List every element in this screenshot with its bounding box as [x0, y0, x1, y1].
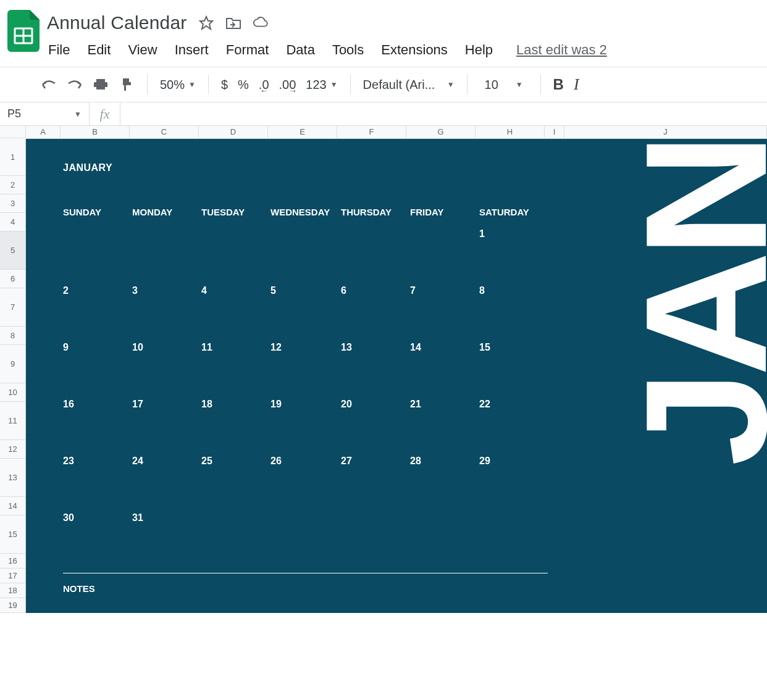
col-header[interactable]: G [406, 126, 476, 138]
calendar-day[interactable]: 18 [201, 399, 270, 410]
menu-data[interactable]: Data [286, 42, 314, 58]
row-header[interactable]: 18 [0, 583, 25, 598]
calendar-day[interactable]: 21 [410, 399, 479, 410]
calendar-day[interactable]: 4 [201, 285, 270, 296]
calendar-day[interactable]: 1 [479, 228, 548, 240]
right-arrow-icon: → [288, 86, 297, 96]
select-all-corner[interactable] [0, 126, 26, 138]
toolbar-separator [147, 75, 148, 94]
row-header[interactable]: 9 [0, 345, 25, 383]
calendar-day[interactable]: 20 [341, 399, 410, 410]
row-header[interactable]: 11 [0, 402, 25, 440]
notes-label: NOTES [63, 583, 767, 594]
calendar-day[interactable]: 25 [201, 456, 270, 467]
row-header[interactable]: 19 [0, 598, 25, 613]
row-header[interactable]: 12 [0, 440, 25, 459]
undo-icon[interactable] [37, 73, 61, 96]
name-box[interactable]: P5 ▼ [0, 102, 90, 125]
col-header[interactable]: C [130, 126, 199, 138]
number-format-select[interactable]: 123 ▼ [302, 78, 341, 92]
calendar-day[interactable]: 29 [479, 456, 548, 467]
row-header[interactable]: 16 [0, 554, 25, 569]
last-edit-link[interactable]: Last edit was 2 [516, 42, 607, 58]
print-icon[interactable] [89, 73, 112, 96]
menu-edit[interactable]: Edit [87, 42, 111, 58]
calendar-day[interactable]: 19 [270, 399, 341, 410]
menu-insert[interactable]: Insert [175, 42, 209, 58]
row-header[interactable]: 17 [0, 569, 25, 583]
zoom-select[interactable]: 50% ▼ [156, 78, 199, 92]
cloud-status-icon[interactable] [253, 15, 269, 31]
dow-label: THURSDAY [341, 207, 410, 217]
format-currency[interactable]: $ [217, 78, 232, 92]
calendar-day[interactable]: 10 [132, 342, 201, 353]
col-header[interactable]: J [564, 126, 767, 138]
menu-file[interactable]: File [48, 42, 70, 58]
row-header[interactable]: 8 [0, 327, 25, 345]
row-header[interactable]: 6 [0, 270, 25, 288]
calendar-day[interactable]: 26 [270, 456, 341, 467]
menu-format[interactable]: Format [226, 42, 269, 58]
calendar-day[interactable]: 12 [270, 342, 341, 353]
calendar-day[interactable]: 31 [132, 512, 201, 523]
col-header[interactable]: A [26, 126, 61, 138]
menu-extensions[interactable]: Extensions [381, 42, 448, 58]
star-icon[interactable] [198, 15, 214, 31]
redo-icon[interactable] [63, 73, 86, 96]
row-header[interactable]: 13 [0, 459, 25, 497]
row-header[interactable]: 10 [0, 383, 25, 402]
menu-view[interactable]: View [128, 42, 157, 58]
calendar-day[interactable]: 6 [341, 285, 410, 296]
calendar-day[interactable]: 15 [479, 342, 548, 353]
row-header[interactable]: 1 [0, 139, 25, 176]
format-percent[interactable]: % [234, 78, 253, 92]
paint-format-icon[interactable] [115, 73, 138, 96]
col-header[interactable]: H [476, 126, 545, 138]
col-header[interactable]: D [199, 126, 268, 138]
row-headers: 1 2 3 4 5 6 7 8 9 10 11 12 13 14 15 16 1… [0, 139, 26, 613]
move-folder-icon[interactable] [225, 15, 241, 31]
row-header[interactable]: 2 [0, 176, 25, 194]
italic-button[interactable]: I [570, 75, 583, 94]
chevron-down-icon: ▼ [516, 80, 523, 89]
font-size-select[interactable]: 10 ▼ [476, 78, 532, 92]
row-header[interactable]: 14 [0, 497, 25, 515]
row-header[interactable]: 7 [0, 288, 25, 327]
calendar-day[interactable]: 30 [63, 512, 132, 523]
column-header-row: A B C D E F G H I J [0, 126, 767, 139]
calendar-day[interactable]: 5 [270, 285, 341, 296]
calendar-day[interactable]: 16 [63, 399, 132, 410]
row-header[interactable]: 4 [0, 213, 25, 231]
calendar-day[interactable]: 8 [479, 285, 548, 296]
col-header[interactable]: F [337, 126, 406, 138]
increase-decimal[interactable]: .00 → [275, 78, 300, 92]
calendar-day[interactable]: 13 [341, 342, 410, 353]
font-select[interactable]: Default (Ari... ▼ [359, 78, 458, 92]
col-header[interactable]: I [545, 126, 564, 138]
calendar-day[interactable]: 2 [63, 285, 132, 296]
calendar-day[interactable]: 3 [132, 285, 201, 296]
calendar-day[interactable]: 11 [201, 342, 270, 353]
col-header[interactable]: B [61, 126, 130, 138]
calendar-day[interactable]: 27 [341, 456, 410, 467]
calendar-day[interactable]: 14 [410, 342, 479, 353]
doc-title[interactable]: Annual Calendar [47, 12, 187, 33]
row-header[interactable]: 3 [0, 194, 25, 213]
dow-label: SATURDAY [479, 207, 548, 217]
calendar-day[interactable]: 23 [63, 456, 132, 467]
menu-help[interactable]: Help [465, 42, 493, 58]
row-header[interactable]: 15 [0, 515, 25, 554]
decrease-decimal[interactable]: .0 ← [255, 78, 273, 92]
calendar-day[interactable]: 28 [410, 456, 479, 467]
calendar-day[interactable]: 24 [132, 456, 201, 467]
col-header[interactable]: E [268, 126, 337, 138]
menu-tools[interactable]: Tools [332, 42, 364, 58]
row-header[interactable]: 5 [0, 231, 25, 270]
calendar-day[interactable]: 7 [410, 285, 479, 296]
calendar-day[interactable]: 17 [132, 399, 201, 410]
bold-button[interactable]: B [550, 76, 568, 93]
sheet-content[interactable]: JAN JANUARY SUNDAY MONDAY TUESDAY WEDNES… [26, 139, 767, 613]
sheets-logo-icon[interactable] [7, 10, 40, 52]
calendar-day[interactable]: 9 [63, 342, 132, 353]
calendar-day[interactable]: 22 [479, 399, 548, 410]
